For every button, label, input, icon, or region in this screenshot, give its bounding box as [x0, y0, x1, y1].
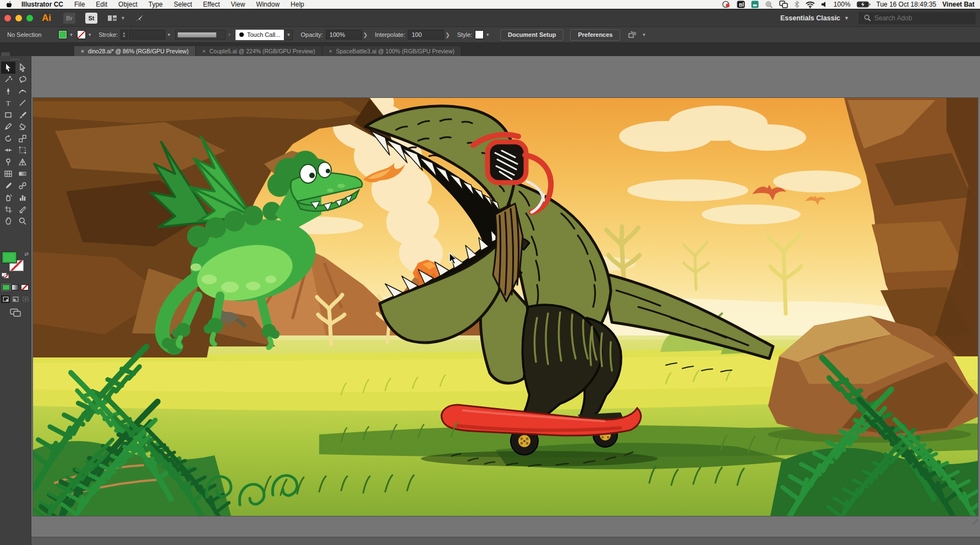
chevron-down-icon[interactable]: ▼ — [485, 32, 490, 37]
tool-paintbrush[interactable] — [15, 109, 30, 121]
document-tab-couple5[interactable]: × Couple5.ai @ 224% (RGB/GPU Preview) — [196, 46, 322, 56]
close-icon[interactable]: × — [329, 48, 332, 54]
chevron-down-icon[interactable]: ▼ — [121, 15, 125, 21]
chevron-right-icon[interactable]: ❯ — [363, 32, 368, 38]
draw-normal-button[interactable] — [1, 295, 10, 303]
tool-curvature[interactable] — [15, 85, 30, 97]
tool-rectangle[interactable] — [1, 109, 15, 121]
menu-file[interactable]: File — [74, 1, 85, 8]
menu-window[interactable]: Window — [256, 1, 280, 8]
gradient-mode-button[interactable] — [12, 284, 19, 290]
minimize-window-button[interactable] — [15, 15, 22, 21]
tool-slice[interactable] — [15, 203, 30, 216]
chevron-down-icon[interactable]: ▼ — [87, 32, 92, 37]
tool-width[interactable] — [1, 145, 15, 157]
zoom-window-button[interactable] — [26, 15, 33, 21]
tool-blend[interactable] — [15, 180, 30, 192]
chevron-down-icon[interactable]: ▼ — [167, 32, 171, 37]
menu-help[interactable]: Help — [291, 1, 304, 8]
menu-view[interactable]: View — [231, 1, 245, 8]
default-stroke-mini[interactable] — [4, 274, 9, 278]
style-swatch[interactable] — [475, 30, 484, 39]
menu-select[interactable]: Select — [174, 1, 192, 8]
workspace-switcher[interactable]: Essentials Classic ▼ — [780, 14, 849, 22]
draw-inside-button[interactable] — [21, 295, 30, 303]
boom-app-icon[interactable]: B — [737, 1, 745, 8]
bridge-button[interactable]: Br — [63, 13, 75, 24]
bluetooth-icon[interactable] — [794, 1, 800, 8]
wifi-icon[interactable] — [806, 1, 815, 8]
opacity-field[interactable]: 100% — [326, 30, 362, 40]
change-screen-mode-button[interactable] — [0, 309, 31, 317]
tool-type[interactable]: T — [1, 97, 15, 109]
display-mirroring-icon[interactable] — [779, 1, 788, 8]
document-tab-spacebattle3[interactable]: × SpaceBattle3.ai @ 100% (RGB/GPU Previe… — [322, 46, 462, 56]
menu-app-name[interactable]: Illustrator CC — [21, 1, 63, 8]
document-setup-button[interactable]: Document Setup — [500, 29, 563, 41]
tool-free-transform[interactable] — [15, 145, 30, 157]
tool-lasso[interactable] — [15, 74, 30, 86]
chevron-down-icon[interactable]: ▼ — [69, 32, 73, 37]
arrange-documents-icon[interactable]: ▼ — [628, 31, 650, 39]
tool-selection[interactable] — [1, 62, 15, 74]
tool-column-graph[interactable] — [15, 192, 30, 204]
screen-recorder-icon[interactable] — [722, 1, 731, 8]
tool-eraser[interactable] — [15, 121, 30, 133]
arrange-documents-icon[interactable] — [107, 14, 117, 22]
tool-magic-wand[interactable] — [1, 74, 15, 86]
tool-pen[interactable] — [1, 85, 15, 97]
stroke-color-swatch[interactable] — [77, 30, 86, 39]
document-tab-dino28[interactable]: × dino28.ai* @ 86% (RGB/GPU Preview) — [74, 46, 196, 56]
close-icon[interactable]: × — [81, 48, 84, 54]
preferences-button[interactable]: Preferences — [570, 29, 620, 41]
color-mode-button[interactable] — [2, 284, 10, 290]
panel-grip[interactable]: •••• — [0, 56, 31, 62]
tool-gradient[interactable] — [15, 168, 30, 180]
tool-symbol-sprayer[interactable] — [1, 192, 15, 204]
tool-artboard[interactable] — [1, 203, 15, 216]
width-profile-dropdown[interactable] — [175, 30, 226, 40]
tool-hand[interactable] — [1, 216, 15, 228]
menu-effect[interactable]: Effect — [203, 1, 220, 8]
close-icon[interactable]: × — [202, 48, 206, 54]
tool-puppet-warp[interactable] — [1, 156, 15, 168]
tool-perspective-grid[interactable] — [15, 156, 30, 168]
menubar-clock[interactable]: Tue 16 Oct 18:49:35 — [877, 1, 937, 8]
fill-swatch[interactable] — [2, 251, 17, 263]
brush-definition-combo[interactable]: Touch Call... — [236, 30, 284, 40]
artboard-canvas[interactable] — [33, 98, 978, 516]
fill-color-swatch[interactable] — [58, 30, 67, 39]
tool-pencil[interactable] — [1, 121, 15, 133]
tool-zoom[interactable] — [15, 216, 30, 228]
draw-behind-button[interactable] — [11, 295, 20, 303]
adobe-stock-button[interactable]: St — [85, 13, 97, 24]
tool-rotate[interactable] — [1, 133, 15, 145]
tool-eyedropper[interactable] — [1, 180, 15, 192]
chevron-down-icon[interactable]: ▼ — [284, 30, 293, 40]
close-window-button[interactable] — [4, 15, 11, 21]
tool-line-segment[interactable] — [15, 97, 30, 109]
none-mode-button[interactable] — [21, 284, 29, 290]
menubar-user[interactable]: Vineet Bat — [943, 1, 974, 8]
horizontal-scrollbar-track[interactable] — [31, 537, 980, 545]
stroke-weight-stepper[interactable]: ▲▼ — [121, 30, 128, 40]
battery-charging-icon[interactable] — [857, 1, 870, 8]
menu-object[interactable]: Object — [118, 1, 138, 8]
tool-mesh[interactable] — [1, 168, 15, 180]
share-icon[interactable] — [134, 14, 144, 23]
menu-edit[interactable]: Edit — [96, 1, 107, 8]
swap-fill-stroke-icon[interactable]: ⇄ — [24, 251, 29, 257]
tool-scale[interactable] — [15, 133, 30, 145]
tool-direct-selection[interactable] — [15, 62, 30, 74]
resize-grip[interactable]: ⟋ — [972, 518, 978, 527]
search-input[interactable] — [874, 14, 957, 22]
search-box[interactable] — [859, 12, 976, 24]
chevron-right-icon[interactable]: ❯ — [445, 32, 450, 38]
stroke-weight-field[interactable] — [129, 30, 165, 40]
apple-menu-icon[interactable] — [6, 1, 13, 8]
volume-icon[interactable] — [821, 1, 828, 8]
interpolate-field[interactable]: 100 — [408, 30, 444, 40]
teal-app-icon[interactable] — [751, 1, 759, 8]
menu-type[interactable]: Type — [149, 1, 163, 8]
spotlight-icon[interactable] — [765, 1, 773, 9]
